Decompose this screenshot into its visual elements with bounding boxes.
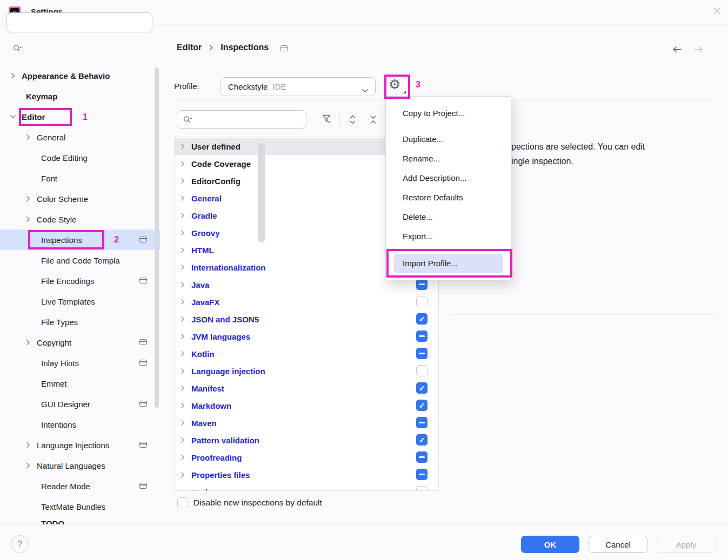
sidebar-item-file-types[interactable]: File Types bbox=[0, 312, 160, 332]
inspection-group-language-injection[interactable]: Language injection bbox=[175, 362, 438, 380]
sidebar-item-appearance-behavior[interactable]: Appearance & Behavio bbox=[0, 65, 160, 86]
sidebar-item-code-style[interactable]: Code Style bbox=[0, 209, 160, 230]
sidebar-scrollbar[interactable] bbox=[155, 68, 159, 408]
menu-item-add-description[interactable]: Add Description... bbox=[386, 168, 511, 188]
back-arrow-icon[interactable] bbox=[672, 45, 682, 56]
inspection-group-qodana[interactable]: Qodana bbox=[175, 483, 438, 491]
sidebar-item-language-injections[interactable]: Language Injections bbox=[0, 435, 160, 455]
inspections-search-input[interactable] bbox=[177, 110, 306, 129]
inspection-group-manifest[interactable]: Manifest bbox=[175, 380, 438, 397]
chevron-right-icon[interactable] bbox=[181, 143, 185, 150]
checkbox[interactable] bbox=[416, 469, 428, 480]
checkbox[interactable] bbox=[416, 279, 428, 290]
chevron-right-icon[interactable] bbox=[181, 316, 185, 322]
menu-item-rename[interactable]: Rename... bbox=[386, 149, 511, 168]
checkbox[interactable] bbox=[416, 365, 428, 376]
checkbox[interactable] bbox=[416, 348, 428, 359]
chevron-right-icon[interactable] bbox=[181, 402, 185, 409]
chevron-right-icon[interactable] bbox=[181, 333, 185, 340]
chevron-right-icon bbox=[26, 442, 31, 448]
forward-arrow-icon[interactable] bbox=[693, 45, 704, 56]
inspection-group-properties-files[interactable]: Properties files bbox=[175, 466, 438, 483]
filter-icon[interactable] bbox=[321, 113, 333, 128]
sidebar-item-keymap[interactable]: Keymap bbox=[0, 86, 160, 106]
inspection-group-javafx[interactable]: JavaFX bbox=[175, 293, 438, 311]
profile-dropdown[interactable]: Checkstyle IDE bbox=[220, 77, 376, 96]
sidebar-item-intentions[interactable]: Intentions bbox=[0, 414, 160, 435]
gear-icon: ⚙ bbox=[389, 76, 406, 92]
checkbox[interactable] bbox=[416, 417, 428, 428]
cancel-button[interactable]: Cancel bbox=[589, 536, 647, 553]
sidebar-item-copyright[interactable]: Copyright bbox=[0, 332, 160, 353]
chevron-right-icon[interactable] bbox=[181, 471, 185, 478]
checkbox[interactable] bbox=[416, 313, 428, 325]
chevron-right-icon[interactable] bbox=[181, 420, 185, 426]
sidebar-item-live-templates[interactable]: Live Templates bbox=[0, 291, 160, 312]
checkbox[interactable] bbox=[416, 382, 428, 394]
sidebar-item-editor[interactable]: Editor bbox=[0, 106, 160, 127]
chevron-right-icon[interactable] bbox=[181, 212, 185, 219]
chevron-right-icon[interactable] bbox=[181, 230, 185, 236]
chevron-right-icon[interactable] bbox=[181, 264, 185, 271]
inspections-scrollbar[interactable] bbox=[258, 143, 265, 242]
apply-button[interactable]: Apply bbox=[657, 536, 716, 553]
checkbox[interactable] bbox=[416, 330, 428, 342]
profile-actions-gear-button[interactable]: ⚙ bbox=[389, 76, 406, 95]
checkbox[interactable] bbox=[416, 400, 428, 411]
inspection-group-markdown[interactable]: Markdown bbox=[175, 397, 438, 414]
menu-item-import-profile[interactable]: Import Profile... bbox=[393, 254, 503, 273]
chevron-right-icon bbox=[11, 72, 16, 79]
menu-item-restore-defaults[interactable]: Restore Defaults bbox=[386, 188, 511, 207]
breadcrumb-editor[interactable]: Editor bbox=[177, 43, 202, 52]
inspection-group-json-and-json5[interactable]: JSON and JSON5 bbox=[175, 311, 438, 328]
inspection-group-pattern-validation[interactable]: Pattern validation bbox=[175, 431, 438, 449]
sidebar-item-reader-mode[interactable]: Reader Mode bbox=[0, 476, 160, 496]
menu-item-delete[interactable]: Delete... bbox=[386, 207, 511, 227]
sidebar-item-color-scheme[interactable]: Color Scheme bbox=[0, 188, 160, 209]
inspection-group-jvm-languages[interactable]: JVM languages bbox=[175, 328, 438, 345]
collapse-all-icon[interactable] bbox=[368, 114, 378, 127]
sidebar-item-file-encodings[interactable]: File Encodings bbox=[0, 271, 160, 291]
chevron-right-icon[interactable] bbox=[181, 350, 185, 357]
chevron-right-icon[interactable] bbox=[181, 385, 185, 392]
chevron-right-icon[interactable] bbox=[181, 178, 185, 184]
menu-item-export[interactable]: Export... bbox=[386, 227, 511, 246]
menu-item-duplicate[interactable]: Duplicate... bbox=[386, 130, 511, 149]
checkbox[interactable] bbox=[416, 486, 428, 491]
close-icon[interactable] bbox=[713, 7, 724, 18]
chevron-right-icon[interactable] bbox=[181, 437, 185, 443]
sidebar-item-general[interactable]: General bbox=[0, 127, 160, 147]
sidebar-item-emmet[interactable]: Emmet bbox=[0, 373, 160, 394]
inspection-group-maven[interactable]: Maven bbox=[175, 414, 438, 431]
sidebar-item-font[interactable]: Font bbox=[0, 168, 160, 188]
ok-button[interactable]: OK bbox=[521, 536, 579, 553]
expand-all-icon[interactable] bbox=[348, 114, 358, 127]
checkbox[interactable] bbox=[416, 434, 428, 446]
sidebar-item-code-editing[interactable]: Code Editing bbox=[0, 147, 160, 168]
chevron-right-icon[interactable] bbox=[181, 195, 185, 201]
sidebar-item-todo[interactable]: TODO bbox=[0, 513, 160, 525]
breadcrumb-inspections[interactable]: Inspections bbox=[221, 43, 269, 52]
chevron-right-icon[interactable] bbox=[181, 160, 185, 167]
sidebar-item-gui-designer[interactable]: GUI Designer bbox=[0, 394, 160, 414]
disable-new-inspections-label: Disable new inspections by default bbox=[193, 498, 322, 508]
sidebar-item-natural-languages[interactable]: Natural Languages bbox=[0, 455, 160, 476]
chevron-right-icon[interactable] bbox=[181, 281, 185, 288]
inspection-description-text: pections are selected. You can edit ingl… bbox=[511, 139, 722, 168]
chevron-right-icon[interactable] bbox=[181, 247, 185, 253]
checkbox[interactable] bbox=[416, 451, 428, 463]
sidebar-item-inspections[interactable]: Inspections bbox=[0, 230, 160, 250]
sidebar-item-inlay-hints[interactable]: Inlay Hints bbox=[0, 353, 160, 373]
chevron-right-icon[interactable] bbox=[181, 299, 185, 305]
chevron-right-icon[interactable] bbox=[181, 454, 185, 461]
chevron-right-icon[interactable] bbox=[181, 368, 185, 374]
sidebar-item-file-and-code-templates[interactable]: File and Code Templa bbox=[0, 250, 160, 271]
help-button[interactable]: ? bbox=[11, 535, 29, 553]
checkbox[interactable] bbox=[416, 296, 428, 307]
inspection-group-proofreading[interactable]: Proofreading bbox=[175, 449, 438, 466]
menu-item-copy-to-project[interactable]: Copy to Project... bbox=[386, 104, 511, 123]
chevron-right-icon[interactable] bbox=[181, 489, 185, 491]
window-icon bbox=[139, 278, 147, 284]
inspection-group-kotlin[interactable]: Kotlin bbox=[175, 345, 438, 362]
disable-new-inspections-checkbox[interactable] bbox=[177, 497, 188, 508]
